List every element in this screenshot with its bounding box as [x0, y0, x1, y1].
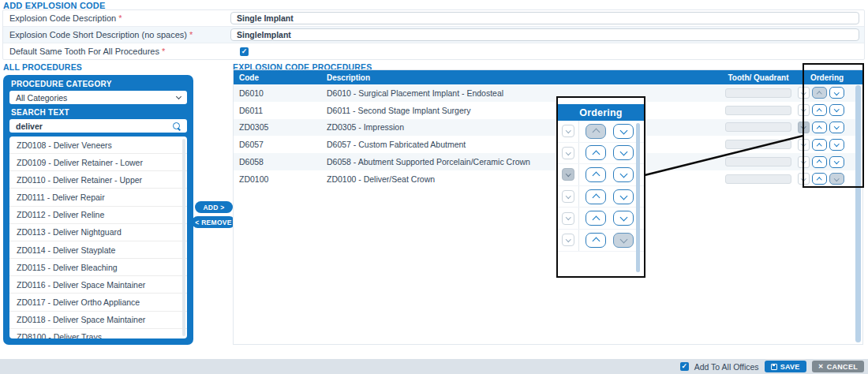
table-row[interactable]: D6011 D6011 - Second Stage Implant Surge…: [234, 102, 862, 119]
footer-bar: ✓ Add To All Offices SAVE ✕ CANCEL: [0, 359, 868, 374]
chevron-down-icon: [176, 94, 181, 99]
chevron-down-icon: [566, 128, 571, 133]
description-input[interactable]: [230, 12, 859, 24]
tooth-quadrant-input[interactable]: [725, 88, 791, 98]
form-row-short-description: Explosion Code Short Description (no spa…: [3, 27, 864, 43]
form-row-description: Explosion Code Description*: [3, 10, 864, 27]
list-item[interactable]: ZD0115 - Deliver Bleaching: [9, 259, 187, 276]
table-row[interactable]: D6058 D6058 - Abutment Supported Porcela…: [234, 153, 862, 170]
list-item[interactable]: ZD0113 - Deliver Nightguard: [9, 224, 187, 241]
list-item[interactable]: ZD0110 - Deliver Retainer - Upper: [9, 171, 187, 189]
cancel-button-label: CANCEL: [827, 363, 858, 371]
row-description: D6058 - Abutment Supported Porcelain/Cer…: [323, 157, 719, 166]
list-item[interactable]: ZD0118 - Deliver Space Maintainer: [9, 312, 187, 329]
chevron-down-icon: [566, 150, 571, 155]
short-description-label: Explosion Code Short Description (no spa…: [3, 30, 187, 39]
chevron-down-icon: [566, 171, 571, 176]
list-item[interactable]: ZD8100 - Deliver Trays: [9, 329, 187, 338]
add-to-all-offices-label: Add To All Offices: [694, 362, 759, 372]
move-down-button: [613, 211, 634, 226]
row-code: D6058: [234, 157, 323, 166]
move-up-button: [586, 233, 606, 248]
short-description-input[interactable]: [230, 28, 859, 41]
default-same-tooth-checkbox[interactable]: ✓: [240, 47, 249, 56]
chevron-down-icon: [619, 235, 627, 243]
search-icon: [173, 122, 181, 130]
chevron-down-icon: [566, 193, 571, 198]
row-description: ZD0305 - Impression: [323, 122, 719, 132]
ordering-annotation-rect: [803, 63, 864, 188]
add-explosion-code-screen: ADD EXPLOSION CODE Explosion Code Descri…: [0, 0, 868, 374]
row-description: D6011 - Second Stage Implant Surgery: [323, 106, 719, 115]
callout-row: [558, 186, 644, 208]
header-description: Description: [323, 73, 719, 82]
list-item[interactable]: ZD0111 - Deliver Repair: [9, 189, 187, 206]
chevron-down-icon: [619, 214, 627, 222]
add-button[interactable]: ADD >: [195, 201, 233, 213]
callout-row: [558, 143, 644, 165]
procedures-list: ZD0108 - Deliver Veneers ZD0109 - Delive…: [9, 137, 187, 338]
save-button[interactable]: SAVE: [765, 361, 806, 372]
form-row-default-same-tooth: Default Same Tooth For All Procedures* ✓: [3, 43, 864, 59]
header-code: Code: [234, 73, 323, 82]
search-input[interactable]: deliver: [9, 119, 187, 133]
list-item[interactable]: ZD0116 - Deliver Space Maintainer: [9, 276, 187, 294]
table-row[interactable]: D6010 D6010 - Surgical Placement Implant…: [234, 84, 862, 102]
list-item[interactable]: ZD0109 - Deliver Retainer - Lower: [9, 154, 187, 171]
move-up-button: [586, 189, 606, 204]
move-up-button: [586, 124, 606, 139]
required-mark: *: [162, 47, 165, 56]
chevron-up-icon: [592, 215, 600, 223]
row-description: D6010 - Surgical Placement Implant - End…: [323, 88, 719, 98]
chevron-down-icon: [566, 237, 571, 241]
move-down-button: [613, 124, 634, 139]
tooth-quadrant-input[interactable]: [725, 174, 791, 184]
search-text-label: SEARCH TEXT: [11, 108, 187, 117]
list-scrollbar[interactable]: [182, 139, 185, 336]
procedure-category-value: All Categories: [16, 93, 67, 103]
callout-ordering-header: Ordering: [558, 104, 644, 121]
move-down-button: [613, 145, 634, 160]
tooth-quadrant-input[interactable]: [725, 157, 791, 166]
add-to-all-offices-checkbox[interactable]: ✓: [680, 362, 689, 371]
procedure-category-select[interactable]: All Categories: [9, 91, 187, 104]
move-up-button: [586, 211, 606, 226]
chevron-up-icon: [592, 237, 600, 245]
list-item[interactable]: ZD0108 - Deliver Veneers: [9, 137, 187, 154]
required-mark: *: [189, 30, 193, 39]
row-code: ZD0100: [234, 174, 323, 184]
chevron-down-icon: [619, 126, 627, 134]
move-up-button: [586, 167, 606, 182]
list-item[interactable]: ZD0117 - Deliver Ortho Appliance: [9, 294, 187, 311]
save-button-label: SAVE: [780, 363, 800, 371]
list-item[interactable]: ZD0112 - Deliver Reline: [9, 207, 187, 224]
chevron-up-icon: [592, 150, 600, 158]
list-item[interactable]: ZD0114 - Deliver Stayplate: [9, 241, 187, 259]
callout-row: [558, 164, 644, 186]
chevron-down-icon: [619, 192, 627, 200]
table-row[interactable]: D6057 D6057 - Custom Fabricated Abutment: [234, 136, 862, 153]
cancel-button[interactable]: ✕ CANCEL: [812, 361, 864, 372]
tooth-quadrant-input[interactable]: [725, 106, 791, 115]
chevron-down-icon: [619, 148, 627, 156]
ordering-select: [562, 125, 574, 137]
table-row[interactable]: ZD0305 ZD0305 - Impression: [234, 119, 862, 137]
search-value: deliver: [16, 122, 43, 131]
required-mark: *: [118, 13, 122, 23]
table-row[interactable]: ZD0100 ZD0100 - Deliver/Seat Crown: [234, 170, 862, 188]
ordering-select: [562, 234, 574, 246]
row-description: ZD0100 - Deliver/Seat Crown: [323, 174, 719, 184]
tooth-quadrant-input[interactable]: [725, 122, 791, 132]
callout-row: [558, 208, 644, 230]
explosion-code-procedures-table: Code Description Tooth/ Quadrant Orderin…: [233, 69, 863, 345]
callout-scrollbar: [636, 123, 640, 272]
ordering-select: [562, 212, 574, 225]
ordering-callout: Ordering: [556, 96, 645, 278]
remove-button[interactable]: < REMOVE: [192, 216, 235, 228]
all-procedures-panel: PROCEDURE CATEGORY All Categories SEARCH…: [3, 75, 193, 345]
explosion-code-form: Explosion Code Description* Explosion Co…: [2, 9, 865, 60]
tooth-quadrant-input[interactable]: [725, 140, 791, 149]
table-header: Code Description Tooth/ Quadrant Orderin…: [234, 70, 862, 84]
ordering-select: [562, 190, 574, 203]
chevron-up-icon: [592, 194, 600, 202]
